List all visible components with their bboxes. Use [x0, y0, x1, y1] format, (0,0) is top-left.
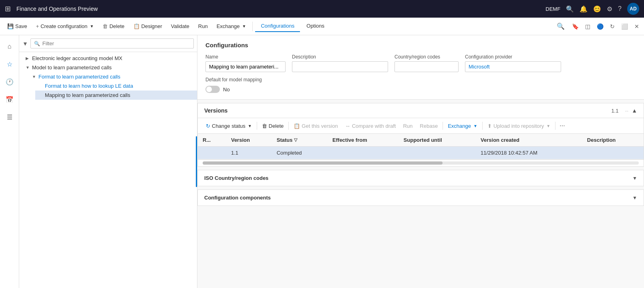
win-badge-icon[interactable]: 🔵: [595, 22, 605, 31]
nav-home-icon[interactable]: ⌂: [2, 38, 18, 54]
tree-item-4[interactable]: Mapping to learn parameterized calls: [35, 91, 197, 100]
avatar[interactable]: AD: [627, 3, 639, 15]
main-layout: ⌂ ☆ 🕐 📅 ☰ ▼ 🔍 ▶ Electronic ledger accoun…: [0, 35, 644, 288]
config-name-input[interactable]: [205, 61, 286, 72]
win-panel-icon[interactable]: ◫: [584, 22, 592, 31]
sidebar: ▼ 🔍 ▶ Electronic ledger accounting model…: [19, 35, 197, 288]
win-close-icon[interactable]: ✕: [633, 22, 641, 31]
config-components-header[interactable]: Configuration components ▼: [198, 190, 644, 205]
vtb-sep-5: [555, 122, 555, 130]
win-popout-icon[interactable]: ⬜: [620, 22, 630, 31]
status-filter-icon[interactable]: ▽: [294, 137, 297, 143]
config-country-label: Country/region codes: [394, 54, 459, 60]
config-country-input[interactable]: [394, 61, 459, 72]
vtb-run-button[interactable]: Run: [400, 121, 416, 131]
cmd-search-icon[interactable]: 🔍: [555, 21, 566, 32]
h-scroll-thumb[interactable]: [203, 161, 443, 165]
plus-icon: +: [36, 23, 39, 29]
tab-options[interactable]: Options: [301, 20, 330, 32]
tree-item-0[interactable]: ▶ Electronic ledger accounting model MX: [22, 54, 197, 63]
nav-recent-icon[interactable]: 🕐: [2, 74, 18, 90]
win-bookmark-icon[interactable]: 🔖: [570, 22, 580, 31]
tab-configurations[interactable]: Configurations: [255, 20, 300, 32]
command-bar: 💾 Save + Create configuration ▼ 🗑 Delete…: [0, 18, 644, 35]
config-description-input[interactable]: [292, 61, 388, 72]
exchange-vtb-chevron-icon: ▼: [473, 124, 477, 128]
tree-item-3[interactable]: Format to learn how to lookup LE data: [35, 81, 197, 91]
vtb-sep-2: [288, 122, 289, 130]
iso-country-header[interactable]: ISO Country/region codes ▼: [198, 170, 644, 186]
versions-collapse-icon[interactable]: ▲: [632, 107, 637, 114]
iso-country-section: ISO Country/region codes ▼: [197, 170, 644, 186]
th-status-wrapper: Status ▽: [277, 137, 323, 143]
vtb-exchange-button[interactable]: Exchange ▼: [445, 121, 481, 131]
tree-label-2: Format to learn parameterized calls: [38, 74, 120, 80]
config-name-label: Name: [205, 54, 286, 60]
exchange-button[interactable]: Exchange ▼: [213, 21, 250, 32]
exchange-chevron-icon: ▼: [242, 24, 246, 28]
help-icon[interactable]: ?: [618, 5, 622, 12]
compare-with-draft-button[interactable]: ↔ Compare with draft: [342, 121, 399, 131]
config-provider-label: Configuration provider: [465, 54, 561, 60]
get-this-version-button[interactable]: 📋 Get this version: [290, 121, 341, 131]
save-button[interactable]: 💾 Save: [3, 21, 31, 32]
th-effective-from: Effective from: [328, 134, 399, 147]
notification-icon[interactable]: 🔔: [580, 5, 588, 13]
config-provider-input[interactable]: [465, 61, 561, 72]
config-description-label: Description: [292, 54, 388, 60]
nav-list-icon[interactable]: ☰: [2, 109, 18, 125]
create-config-chevron-icon: ▼: [90, 24, 94, 28]
cell-effective-from: [328, 147, 399, 159]
th-r: R...: [198, 134, 226, 147]
tree-label-3: Format to learn how to lookup LE data: [45, 83, 133, 89]
tree-toggle-1: ▼: [26, 65, 32, 70]
tree-toggle-4: [38, 93, 45, 97]
tree-label-4: Mapping to learn parameterized calls: [45, 92, 130, 98]
win-refresh-icon[interactable]: ↻: [608, 22, 616, 31]
config-default-mapping-label: Default for model mapping: [205, 77, 636, 83]
upload-repo-button[interactable]: ⬆ Upload into repository ▼: [484, 121, 553, 131]
designer-button[interactable]: 📋 Designer: [129, 21, 166, 32]
change-status-chevron-icon: ▼: [248, 124, 252, 128]
default-mapping-toggle[interactable]: [205, 86, 220, 93]
table-row[interactable]: 1.1 Completed 11/29/2018 10:42:57 AM: [198, 147, 644, 159]
app-grid-icon[interactable]: ⊞: [5, 4, 11, 13]
validate-button[interactable]: Validate: [167, 21, 193, 32]
search-icon[interactable]: 🔍: [566, 5, 574, 13]
config-description-field: Description: [292, 54, 388, 72]
vtb-sep-3: [443, 122, 443, 130]
filter-input[interactable]: [42, 40, 190, 46]
vtb-more-icon[interactable]: ···: [557, 121, 567, 131]
rebase-button[interactable]: Rebase: [417, 121, 441, 131]
delete-button[interactable]: 🗑 Delete: [99, 21, 129, 32]
h-scroll-area: [198, 159, 644, 166]
versions-table-container: R... Version Status ▽: [198, 134, 644, 159]
tree-item-2[interactable]: ▼ Format to learn parameterized calls: [29, 72, 197, 81]
tree-item-1[interactable]: ▼ Model to learn parameterized calls: [22, 63, 197, 72]
filter-search-icon: 🔍: [34, 41, 40, 46]
cell-r: [198, 147, 226, 159]
versions-section: Versions 1.1 -- ▲ ↻ Change status ▼ 🗑 De…: [197, 103, 644, 167]
nav-calendar-icon[interactable]: 📅: [2, 91, 18, 107]
compare-icon: ↔: [345, 123, 350, 129]
resize-bar: [196, 136, 197, 187]
vtb-sep-1: [257, 122, 257, 130]
nav-star-icon[interactable]: ☆: [2, 56, 18, 72]
th-supported-until: Supported until: [399, 134, 476, 147]
config-components-chevron-icon: ▼: [632, 195, 637, 201]
sidebar-filter-bar: ▼ 🔍: [19, 35, 197, 52]
user-icon[interactable]: 😊: [593, 5, 601, 13]
create-config-button[interactable]: + Create configuration ▼: [32, 21, 98, 32]
versions-table: R... Version Status ▽: [198, 134, 644, 159]
tree-label-1: Model to learn parameterized calls: [32, 64, 112, 70]
window-controls: 🔖 ◫ 🔵 ↻ ⬜ ✕: [570, 22, 641, 31]
title-bar-right: DEMF 🔍 🔔 😊 ⚙ ? AD: [545, 3, 639, 15]
left-nav: ⌂ ☆ 🕐 📅 ☰: [0, 35, 19, 288]
save-icon: 💾: [7, 23, 14, 29]
run-button[interactable]: Run: [194, 21, 212, 32]
app-title: Finance and Operations Preview: [16, 6, 542, 12]
settings-icon[interactable]: ⚙: [607, 5, 612, 13]
tree-toggle-3: [38, 84, 45, 88]
vtb-delete-button[interactable]: 🗑 Delete: [259, 121, 287, 131]
change-status-button[interactable]: ↻ Change status ▼: [203, 121, 255, 131]
